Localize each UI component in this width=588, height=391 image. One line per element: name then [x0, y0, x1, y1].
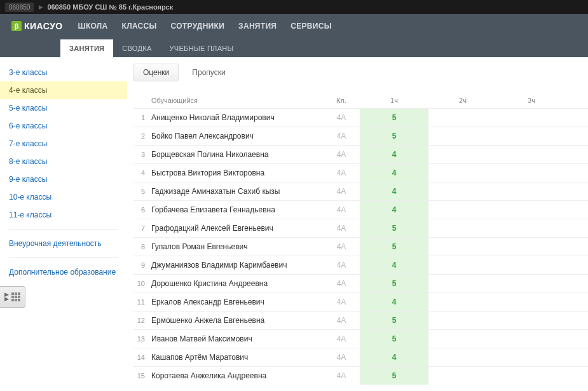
student-class: 4А	[323, 316, 360, 325]
student-name: Иванов Матвей Максимович	[151, 334, 323, 343]
nav-lessons[interactable]: ЗАНЯТИЯ	[238, 22, 277, 31]
grade-cell-h1[interactable]: 4	[360, 293, 428, 311]
sidebar-extracurricular[interactable]: Внеурочная деятельность	[0, 235, 127, 252]
sidebar-class-item[interactable]: 8-е классы	[0, 153, 127, 170]
table-row[interactable]: 2Бойко Павел Александрович4А5	[133, 127, 588, 145]
expand-icon: ▶▶	[4, 292, 9, 301]
row-number: 10	[133, 280, 151, 287]
table-row[interactable]: 8Гупалов Роман Евгеньевич4А5	[133, 237, 588, 256]
row-number: 13	[133, 335, 151, 343]
grade-cell-h1[interactable]: 5	[360, 219, 428, 237]
student-class: 4А	[323, 132, 360, 141]
sidebar-additional-edu[interactable]: Дополнительное образование	[0, 263, 127, 281]
th-class: Кл.	[323, 97, 360, 104]
th-h1: 1ч	[360, 97, 428, 104]
grade-cell-h1[interactable]: 5	[360, 127, 428, 145]
sidebar-separator	[9, 257, 118, 258]
row-number: 15	[133, 372, 151, 380]
table-row[interactable]: 1Анищенко Николай Владимирович4А5	[133, 108, 588, 127]
nav-classes[interactable]: КЛАССЫ	[122, 22, 157, 31]
grade-cell-h1[interactable]: 4	[360, 182, 428, 200]
grade-cell-h1[interactable]: 4	[360, 201, 428, 219]
grade-cell-h1[interactable]: 5	[360, 312, 428, 329]
subtab-summary[interactable]: СВОДКА	[113, 39, 160, 57]
subtab-lessons[interactable]: ЗАНЯТИЯ	[60, 39, 113, 57]
school-code: 060850	[5, 3, 34, 12]
student-name: Гаджизаде Аминахатын Сахиб кызы	[151, 187, 323, 196]
table-row[interactable]: 6Горбачева Елизавета Геннадьевна4А4	[133, 200, 588, 219]
student-class: 4А	[323, 224, 360, 233]
table-row[interactable]: 10Дорошенко Кристина Андреевна4А5	[133, 274, 588, 292]
student-class: 4А	[323, 150, 360, 159]
student-class: 4А	[323, 205, 360, 214]
grade-cell-h1[interactable]: 5	[360, 238, 428, 256]
table-row[interactable]: 12Ермошенко Анжела Евгеньевна4А5	[133, 311, 588, 329]
nav-services[interactable]: СЕРВИСЫ	[291, 22, 331, 31]
table-row[interactable]: 14Кашапов Артём Маратович4А4	[133, 348, 588, 366]
row-number: 1	[133, 114, 151, 121]
table-row[interactable]: 5Гаджизаде Аминахатын Сахиб кызы4А4	[133, 182, 588, 200]
sidebar-class-item[interactable]: 4-е классы	[0, 81, 127, 99]
grade-cell-h1[interactable]: 4	[360, 164, 428, 182]
sidebar-class-item[interactable]: 9-е классы	[0, 170, 127, 188]
sidebar: 3-е классы4-е классы5-е классы6-е классы…	[0, 57, 127, 385]
tab-grades[interactable]: Оценки	[133, 64, 179, 81]
student-name: Графодацкий Алексей Евгеньевич	[151, 224, 323, 233]
floating-panel-toggle[interactable]: ▶▶	[0, 286, 25, 308]
student-class: 4А	[323, 279, 360, 288]
sidebar-class-item[interactable]: 11-е классы	[0, 206, 127, 224]
grade-cell-h1[interactable]: 4	[360, 146, 428, 163]
row-number: 9	[133, 261, 151, 269]
row-number: 11	[133, 298, 151, 306]
th-student: Обучающийся	[151, 97, 323, 104]
grade-cell-h1[interactable]: 4	[360, 256, 428, 274]
table-row[interactable]: 13Иванов Матвей Максимович4А5	[133, 329, 588, 348]
student-class: 4А	[323, 242, 360, 251]
grade-cell-h1[interactable]: 5	[360, 367, 428, 385]
student-name: Борщевская Полина Николаевна	[151, 150, 323, 159]
student-name: Гупалов Роман Евгеньевич	[151, 242, 323, 251]
top-bar: 060850 ▶ 060850 МБОУ СШ № 85 г.Красноярс…	[0, 0, 588, 14]
table-row[interactable]: 4Быстрова Виктория Викторовна4А4	[133, 163, 588, 182]
table-row[interactable]: 7Графодацкий Алексей Евгеньевич4А5	[133, 219, 588, 237]
sidebar-class-item[interactable]: 7-е классы	[0, 135, 127, 153]
row-number: 8	[133, 243, 151, 250]
grid-icon	[11, 292, 20, 301]
nav-staff[interactable]: СОТРУДНИКИ	[171, 22, 225, 31]
tab-absences[interactable]: Пропуски	[182, 64, 235, 81]
table-header: Обучающийся Кл. 1ч 2ч 3ч	[133, 93, 588, 108]
sub-nav: ЗАНЯТИЯ СВОДКА УЧЕБНЫЕ ПЛАНЫ	[0, 38, 588, 57]
student-class: 4А	[323, 168, 360, 177]
student-class: 4А	[323, 187, 360, 196]
sidebar-class-item[interactable]: 5-е классы	[0, 99, 127, 117]
nav-school[interactable]: ШКОЛА	[78, 22, 108, 31]
grade-cell-h1[interactable]: 5	[360, 275, 428, 292]
student-name: Коротаева Анжелика Андреевна	[151, 371, 323, 380]
logo-badge: β	[11, 21, 22, 31]
sidebar-class-item[interactable]: 10-е классы	[0, 188, 127, 206]
row-number: 4	[133, 169, 151, 177]
table-row[interactable]: 3Борщевская Полина Николаевна4А4	[133, 145, 588, 163]
table-row[interactable]: 11Еркалов Александр Евгеньевич4А4	[133, 292, 588, 311]
breadcrumb-arrow-icon: ▶	[39, 4, 43, 10]
table-row[interactable]: 15Коротаева Анжелика Андреевна4А5	[133, 366, 588, 385]
sidebar-class-item[interactable]: 3-е классы	[0, 64, 127, 81]
sidebar-class-item[interactable]: 6-е классы	[0, 117, 127, 135]
subtab-plans[interactable]: УЧЕБНЫЕ ПЛАНЫ	[161, 39, 243, 57]
student-name: Кашапов Артём Маратович	[151, 353, 323, 362]
row-number: 2	[133, 132, 151, 140]
student-name: Горбачева Елизавета Геннадьевна	[151, 205, 323, 214]
student-name: Анищенко Николай Владимирович	[151, 113, 323, 122]
row-number: 6	[133, 206, 151, 214]
grade-cell-h1[interactable]: 5	[360, 109, 428, 127]
main-area: Оценки Пропуски Обучающийся Кл. 1ч 2ч 3ч…	[127, 57, 588, 385]
school-name: 060850 МБОУ СШ № 85 г.Красноярск	[47, 3, 173, 11]
student-name: Дорошенко Кристина Андреевна	[151, 279, 323, 288]
student-name: Быстрова Виктория Викторовна	[151, 168, 323, 177]
grade-cell-h1[interactable]: 5	[360, 330, 428, 348]
table-row[interactable]: 9Джуманиязов Владимир Каримбаевич4А4	[133, 256, 588, 274]
row-number: 5	[133, 188, 151, 195]
row-number: 12	[133, 317, 151, 324]
row-number: 7	[133, 224, 151, 232]
grade-cell-h1[interactable]: 4	[360, 348, 428, 366]
